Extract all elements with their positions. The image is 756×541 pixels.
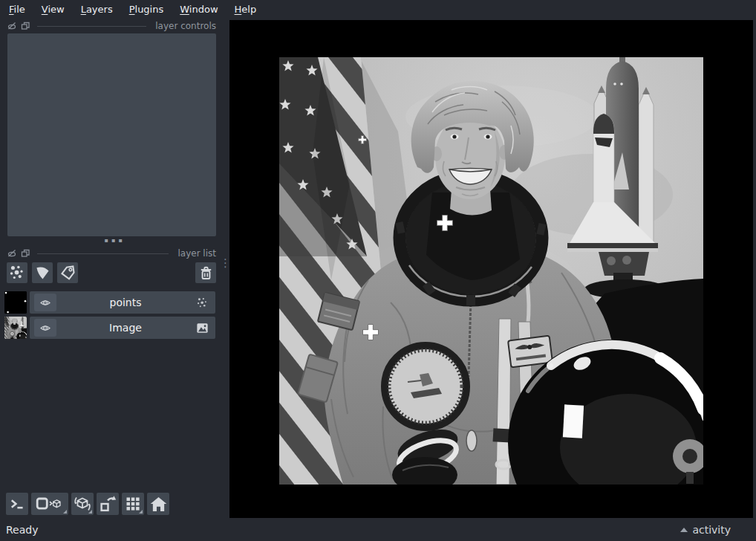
activity-label: activity [692, 524, 731, 536]
layer-controls-panel [7, 33, 216, 236]
activity-button[interactable]: activity [680, 524, 731, 536]
layer-list: pointsImage [4, 291, 215, 342]
roll-dimensions-button[interactable] [71, 493, 94, 515]
menu-window[interactable]: Window [172, 1, 226, 17]
image-layer-render [279, 57, 703, 485]
dock-hide-icon[interactable] [7, 22, 16, 30]
status-message: Ready [6, 524, 38, 536]
layer-name[interactable]: points [56, 297, 195, 308]
status-bar: Ready activity [0, 518, 756, 541]
visibility-toggle[interactable] [34, 294, 56, 311]
points-layer-type-icon [195, 295, 209, 310]
layer-list-title: layer list [177, 248, 216, 259]
popup-indicator [139, 510, 143, 514]
layer-controls-title: layer controls [155, 21, 216, 31]
new-points-layer-button[interactable] [7, 262, 27, 283]
grid-view-button[interactable] [122, 493, 144, 515]
menu-file[interactable]: File [1, 1, 33, 17]
menu-plugins[interactable]: Plugins [121, 1, 172, 17]
visibility-toggle[interactable] [34, 319, 56, 337]
popup-indicator [88, 510, 92, 514]
layer-row-points[interactable]: points [30, 291, 215, 314]
main-area: layer controls ▪▪▪ layer list ⋮ pointsIm… [0, 18, 756, 518]
chevron-up-icon [680, 528, 688, 532]
layer-list-dock-header[interactable]: layer list [7, 248, 216, 259]
layer-name[interactable]: Image [56, 322, 195, 334]
layer-controls-dock-header[interactable]: layer controls [7, 21, 216, 31]
popup-indicator [63, 510, 67, 514]
points-layer-thumbnail [4, 291, 27, 314]
menu-bar: FileViewLayersPluginsWindowHelp [0, 0, 756, 18]
new-labels-layer-button[interactable] [57, 262, 78, 283]
viewer-toolbar [6, 493, 169, 515]
dock-float-icon[interactable] [21, 22, 30, 30]
delete-layer-button[interactable] [195, 262, 216, 283]
menu-layers[interactable]: Layers [73, 1, 121, 17]
canvas[interactable] [229, 20, 753, 518]
menu-view[interactable]: View [33, 1, 73, 17]
home-button[interactable] [147, 493, 169, 515]
sidebar: layer controls ▪▪▪ layer list ⋮ pointsIm… [0, 18, 229, 518]
layer-row-Image[interactable]: Image [30, 317, 215, 339]
napari-window: FileViewLayersPluginsWindowHelp layer co… [0, 0, 756, 541]
dock-float-icon[interactable] [21, 249, 30, 258]
menu-help[interactable]: Help [227, 1, 265, 17]
dock-header-rule [37, 26, 146, 27]
ndisplay-toggle-button[interactable] [31, 493, 68, 515]
layer-entry-points: points [4, 291, 215, 314]
console-button[interactable] [6, 493, 28, 515]
layer-entry-Image: Image [4, 317, 215, 339]
dock-resize-handle-horizontal[interactable]: ▪▪▪ [0, 237, 229, 244]
image-layer-type-icon [195, 320, 209, 335]
dock-hide-icon[interactable] [7, 249, 16, 258]
layer-list-toolbar [7, 262, 216, 283]
image-layer-thumbnail [4, 317, 27, 339]
dock-header-rule [37, 253, 169, 254]
new-shapes-layer-button[interactable] [32, 262, 53, 283]
transpose-dimensions-button[interactable] [97, 493, 119, 515]
